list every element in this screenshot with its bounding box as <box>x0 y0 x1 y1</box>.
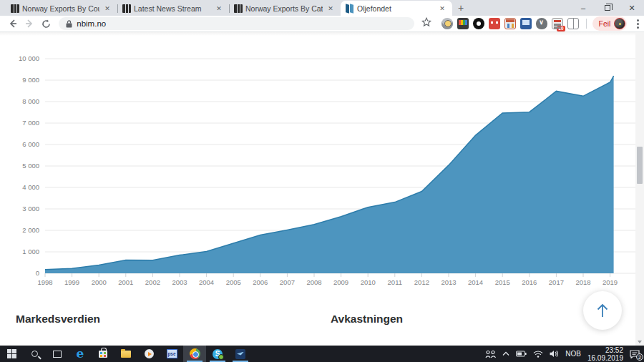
tab-latest-news-stream[interactable]: Latest News Stream ✕ <box>117 1 229 16</box>
extension-tv-icon[interactable] <box>457 18 469 29</box>
profile-avatar <box>614 18 625 29</box>
svg-text:2013: 2013 <box>441 278 456 286</box>
skype-icon: S <box>213 349 223 359</box>
svg-text:3 000: 3 000 <box>22 205 39 212</box>
svg-text:2017: 2017 <box>549 278 564 286</box>
tabs: Norway Exports By Country ✕ Latest News … <box>0 0 452 16</box>
section-markedsverdien: Markedsverdien Fondets verdi påvirkes av… <box>16 294 325 346</box>
refresh-button[interactable] <box>38 16 54 31</box>
extension-list-icon[interactable]: 10 <box>552 18 563 29</box>
tab-close-icon[interactable]: ✕ <box>102 4 112 14</box>
svg-text:2011: 2011 <box>388 278 402 286</box>
app-photoshop-elements[interactable]: pse <box>160 346 183 362</box>
app-microsoft-store[interactable] <box>92 346 114 362</box>
browser-toolbar: nbim.no 10 Feil <box>0 16 644 32</box>
tab-favicon-icon <box>234 4 243 13</box>
extension-split-icon[interactable] <box>567 18 579 29</box>
tab-favicon-icon <box>122 4 131 13</box>
notification-badge: 2 <box>636 353 643 361</box>
restore-icon <box>605 5 610 11</box>
section-heading: Avkastningen <box>331 310 617 327</box>
svg-text:2010: 2010 <box>361 278 376 286</box>
hidden-icons-chevron[interactable] <box>502 351 509 356</box>
minimize-button[interactable]: – <box>571 0 595 16</box>
people-icon[interactable] <box>485 350 496 358</box>
tab-favicon-icon <box>11 4 19 13</box>
address-bar[interactable]: nbim.no <box>59 17 414 30</box>
wifi-icon[interactable] <box>533 351 543 358</box>
close-button[interactable]: ✕ <box>620 0 644 16</box>
extension-grid-icon[interactable] <box>504 18 516 29</box>
tab-norway-exports-by-country[interactable]: Norway Exports By Country ✕ <box>6 1 117 16</box>
section-heading: Markedsverdien <box>16 310 325 327</box>
app-file-explorer[interactable] <box>114 346 137 362</box>
extension-pocket-icon[interactable] <box>536 18 547 29</box>
back-button[interactable] <box>4 16 21 31</box>
task-view-button[interactable] <box>46 346 69 362</box>
app-skype[interactable]: S <box>206 346 229 362</box>
extension-screen-icon[interactable] <box>520 18 532 29</box>
tab-strip: Norway Exports By Country ✕ Latest News … <box>0 0 644 16</box>
scrollbar-thumb[interactable] <box>637 147 643 184</box>
start-button[interactable] <box>0 346 23 362</box>
svg-text:5 000: 5 000 <box>22 162 39 170</box>
new-tab-button[interactable]: + <box>452 1 469 15</box>
edge-icon: e <box>77 348 84 360</box>
chrome-icon <box>190 348 200 359</box>
svg-text:1999: 1999 <box>64 278 79 286</box>
browser-menu-button[interactable] <box>631 19 644 29</box>
tab-norway-exports-by-category[interactable]: Norway Exports By Category ✕ <box>229 1 341 16</box>
volume-icon[interactable] <box>550 350 559 358</box>
toolbar-divider <box>586 19 587 29</box>
lock-icon <box>66 20 72 28</box>
svg-text:2009: 2009 <box>333 278 348 286</box>
extension-cam-icon[interactable] <box>441 18 453 29</box>
page-scrollbar[interactable] <box>635 32 644 346</box>
tab-title: Latest News Stream <box>134 4 211 13</box>
app-movies-tv[interactable] <box>137 346 160 362</box>
svg-text:9 000: 9 000 <box>22 76 39 84</box>
keyboard-layout-indicator[interactable]: NOB <box>565 350 581 358</box>
scrollbar-down-arrow[interactable] <box>638 341 642 343</box>
svg-text:2015: 2015 <box>495 278 510 286</box>
svg-text:2019: 2019 <box>602 278 618 286</box>
windows-logo-icon <box>7 349 16 358</box>
battery-icon[interactable] <box>516 351 527 357</box>
svg-text:2002: 2002 <box>145 278 160 286</box>
tab-oljefondet-active[interactable]: Oljefondet ✕ <box>341 1 452 16</box>
taskbar-apps: e pse S <box>0 346 252 362</box>
svg-text:2018: 2018 <box>575 278 590 286</box>
svg-text:2012: 2012 <box>414 278 429 286</box>
section-avkastningen: Avkastningen Over halvparten av fondets … <box>331 294 617 346</box>
svg-text:2008: 2008 <box>306 278 321 286</box>
tab-close-icon[interactable]: ✕ <box>214 4 224 14</box>
forward-button[interactable] <box>21 16 37 31</box>
fund-value-area-chart: 01 0002 0003 0004 0005 0006 0007 0008 00… <box>0 32 640 290</box>
app-blue[interactable] <box>229 346 252 362</box>
bookmark-star-button[interactable] <box>421 17 431 30</box>
extension-record-icon[interactable] <box>473 18 484 29</box>
url-text: nbim.no <box>77 19 106 28</box>
clock[interactable]: 23:52 16.09.2019 <box>587 346 623 362</box>
scroll-to-top-button[interactable] <box>583 291 622 330</box>
action-center-button[interactable]: 2 <box>630 350 640 358</box>
extension-robot-icon[interactable] <box>489 18 500 29</box>
forward-icon <box>24 19 34 29</box>
search-button[interactable] <box>23 346 46 362</box>
windows-taskbar: e pse S NOB <box>0 346 644 362</box>
tab-title: Norway Exports By Category <box>245 4 323 13</box>
app-edge[interactable]: e <box>69 346 92 362</box>
tab-title: Norway Exports By Country <box>22 4 99 13</box>
svg-text:6 000: 6 000 <box>22 140 39 148</box>
svg-text:7 000: 7 000 <box>22 119 39 127</box>
star-icon <box>421 17 431 27</box>
tab-close-icon[interactable]: ✕ <box>437 4 447 14</box>
profile-button[interactable]: Feil <box>592 16 628 31</box>
pse-icon: pse <box>167 349 177 358</box>
tab-close-icon[interactable]: ✕ <box>326 4 336 14</box>
webpage-content: 01 0002 0003 0004 0005 0006 0007 0008 00… <box>0 32 644 346</box>
restore-button[interactable] <box>595 0 620 16</box>
profile-label: Feil <box>599 19 611 28</box>
svg-text:1998: 1998 <box>37 278 52 286</box>
app-chrome-active[interactable] <box>183 346 206 362</box>
